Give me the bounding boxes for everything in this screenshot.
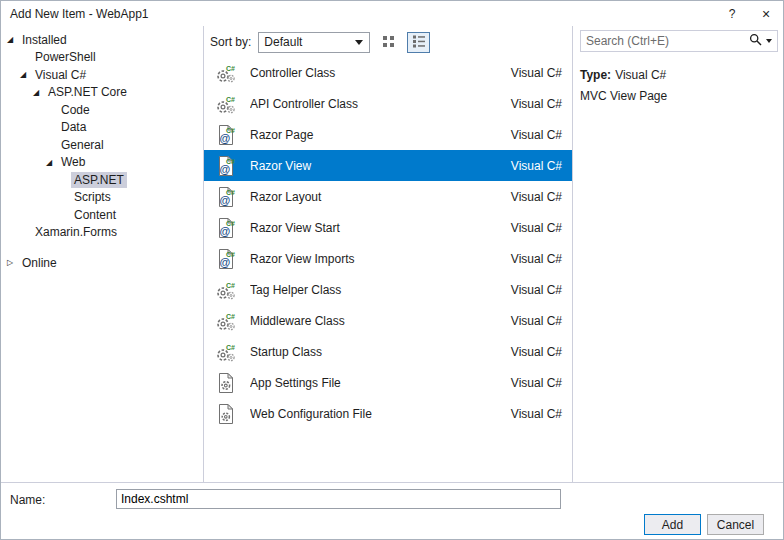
dialog-content: ◢ Installed PowerShell ◢ Visual C# ◢ ASP… — [1, 26, 783, 482]
svg-text:C#: C# — [226, 343, 235, 350]
tree-item-label: PowerShell — [32, 49, 99, 65]
tree-item-label: Data — [58, 119, 89, 135]
tree-item-scripts[interactable]: Scripts — [1, 189, 203, 207]
list-item-razor-page[interactable]: @C# Razor Page Visual C# — [204, 119, 572, 150]
name-label: Name: — [10, 493, 45, 507]
template-list: C# Controller Class Visual C# C# API Con… — [204, 55, 572, 482]
small-icons-view-icon — [382, 34, 396, 51]
item-name: Razor Page — [250, 128, 503, 142]
svg-text:C#: C# — [226, 281, 235, 288]
close-icon: × — [762, 6, 770, 22]
item-name: Tag Helper Class — [250, 283, 503, 297]
cancel-button[interactable]: Cancel — [707, 514, 764, 535]
close-button[interactable]: × — [749, 1, 783, 26]
tree-item-asp-net[interactable]: ASP.NET — [1, 171, 203, 189]
template-panel: Sort by: Default C# Controller Class Vis… — [204, 26, 573, 482]
collapse-icon[interactable]: ◢ — [20, 70, 32, 79]
svg-text:C#: C# — [226, 250, 235, 257]
svg-text:C#: C# — [226, 219, 235, 226]
item-language: Visual C# — [511, 190, 562, 204]
tree-item-xamarin-forms[interactable]: Xamarin.Forms — [1, 224, 203, 242]
svg-text:C#: C# — [226, 188, 235, 195]
tree-item-label: Installed — [19, 32, 70, 48]
tree-item-code[interactable]: Code — [1, 101, 203, 119]
name-input[interactable] — [116, 489, 561, 509]
collapse-icon[interactable]: ◢ — [33, 88, 45, 97]
search-input[interactable] — [581, 34, 749, 48]
item-name: Razor View Imports — [250, 252, 503, 266]
add-button[interactable]: Add — [644, 514, 701, 535]
list-item-razor-view[interactable]: @C# Razor View Visual C# — [204, 150, 572, 181]
svg-text:C#: C# — [226, 64, 235, 71]
search-box — [580, 30, 778, 52]
tree-item-label: Web — [58, 154, 88, 170]
type-value: Visual C# — [615, 68, 666, 82]
small-icons-view-button[interactable] — [377, 32, 400, 53]
list-item-middleware-class[interactable]: C# Middleware Class Visual C# — [204, 305, 572, 336]
tree-item-online[interactable]: ▷ Online — [1, 254, 203, 272]
window-title: Add New Item - WebApp1 — [10, 7, 715, 21]
tree-item-label: ASP.NET Core — [45, 84, 130, 100]
help-button[interactable]: ? — [715, 1, 749, 26]
tree-item-powershell[interactable]: PowerShell — [1, 49, 203, 67]
tree-item-label: Xamarin.Forms — [32, 224, 120, 240]
search-icon[interactable] — [749, 33, 762, 49]
sort-toolbar: Sort by: Default — [204, 26, 572, 55]
item-language: Visual C# — [511, 345, 562, 359]
list-item-razor-view-start[interactable]: @C# Razor View Start Visual C# — [204, 212, 572, 243]
list-item-web-configuration-file[interactable]: Web Configuration File Visual C# — [204, 398, 572, 429]
item-language: Visual C# — [511, 283, 562, 297]
tree-item-data[interactable]: Data — [1, 119, 203, 137]
item-language: Visual C# — [511, 159, 562, 173]
tree-item-label: Online — [19, 255, 60, 271]
tree-item-label: Content — [71, 207, 119, 223]
csharp-class-icon: C# — [213, 92, 239, 116]
tree-item-visual-c[interactable]: ◢ Visual C# — [1, 66, 203, 84]
list-item-api-controller-class[interactable]: C# API Controller Class Visual C# — [204, 88, 572, 119]
tree-item-general[interactable]: General — [1, 136, 203, 154]
details-panel: Type:Visual C# MVC View Page — [573, 26, 783, 482]
list-item-tag-helper-class[interactable]: C# Tag Helper Class Visual C# — [204, 274, 572, 305]
tree-item-content[interactable]: Content — [1, 206, 203, 224]
svg-text:C#: C# — [226, 312, 235, 319]
type-label: Type: — [580, 68, 611, 82]
item-description: MVC View Page — [580, 89, 778, 103]
razor-file-icon: @C# — [213, 123, 239, 147]
collapse-icon[interactable]: ◢ — [7, 35, 19, 44]
razor-file-icon: @C# — [213, 247, 239, 271]
svg-text:C#: C# — [226, 157, 235, 164]
sort-by-label: Sort by: — [210, 35, 251, 49]
list-item-startup-class[interactable]: C# Startup Class Visual C# — [204, 336, 572, 367]
item-language: Visual C# — [511, 252, 562, 266]
dialog-footer: Name: Add Cancel — [1, 482, 783, 539]
item-language: Visual C# — [511, 97, 562, 111]
csharp-class-icon: C# — [213, 278, 239, 302]
tree-item-label: ASP.NET — [71, 172, 127, 188]
tree-item-label: General — [58, 137, 107, 153]
search-options-chevron-icon[interactable] — [766, 39, 772, 43]
tree-item-asp-net-core[interactable]: ◢ ASP.NET Core — [1, 84, 203, 102]
item-name: API Controller Class — [250, 97, 503, 111]
expand-icon[interactable]: ▷ — [7, 258, 19, 267]
list-item-app-settings-file[interactable]: App Settings File Visual C# — [204, 367, 572, 398]
item-language: Visual C# — [511, 376, 562, 390]
item-name: Web Configuration File — [250, 407, 503, 421]
category-tree: ◢ Installed PowerShell ◢ Visual C# ◢ ASP… — [1, 26, 204, 482]
list-item-controller-class[interactable]: C# Controller Class Visual C# — [204, 57, 572, 88]
item-name: Startup Class — [250, 345, 503, 359]
item-language: Visual C# — [511, 407, 562, 421]
sort-by-dropdown[interactable]: Default — [258, 32, 370, 53]
item-type-line: Type:Visual C# — [580, 68, 778, 82]
collapse-icon[interactable]: ◢ — [46, 158, 58, 167]
tree-item-web[interactable]: ◢ Web — [1, 154, 203, 172]
search-controls — [749, 33, 777, 49]
razor-file-icon: @C# — [213, 185, 239, 209]
list-item-razor-layout[interactable]: @C# Razor Layout Visual C# — [204, 181, 572, 212]
add-new-item-dialog: Add New Item - WebApp1 ? × ◢ Installed P… — [0, 0, 784, 540]
settings-file-icon — [213, 371, 239, 395]
tree-item-installed[interactable]: ◢ Installed — [1, 31, 203, 49]
tree-item-label: Visual C# — [32, 67, 89, 83]
list-view-button[interactable] — [407, 32, 430, 53]
item-language: Visual C# — [511, 66, 562, 80]
list-item-razor-view-imports[interactable]: @C# Razor View Imports Visual C# — [204, 243, 572, 274]
